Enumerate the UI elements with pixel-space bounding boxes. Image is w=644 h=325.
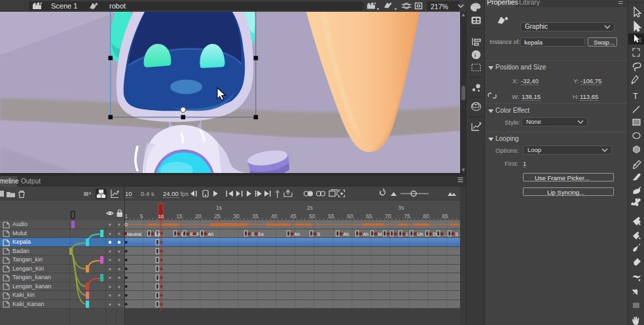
svg-text:Neutral: Neutral [127,232,142,237]
svg-text:Ee: Ee [259,232,264,237]
svg-text:S: S [456,232,459,237]
svg-text:Ee: Ee [155,232,161,237]
svg-text:M: M [378,232,382,237]
svg-text:F: F [197,232,200,237]
svg-text:Ah: Ah [344,232,349,237]
svg-text:Ah: Ah [208,232,214,237]
svg-text:T: T [633,91,638,101]
svg-text:L: L [406,232,409,237]
svg-text:S: S [317,232,321,237]
svg-text:Ah: Ah [363,232,369,237]
svg-text:D: D [433,232,437,237]
svg-text:Ah: Ah [295,232,300,237]
svg-text:..: .. [444,232,447,237]
svg-text:Uh: Uh [418,232,423,237]
